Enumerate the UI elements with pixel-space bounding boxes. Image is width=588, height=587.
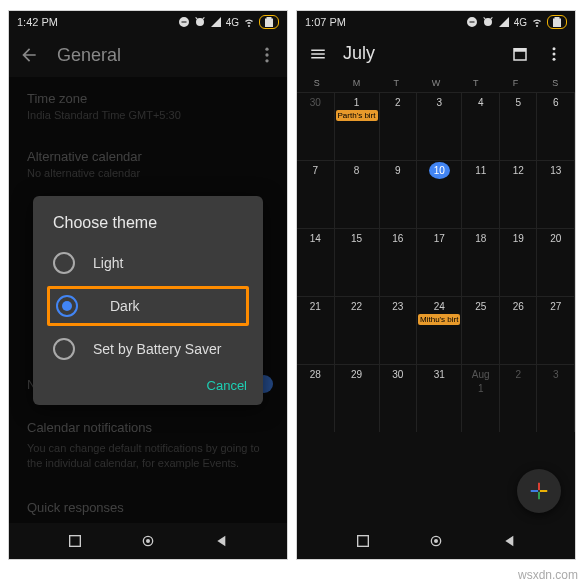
nav-home-icon[interactable]	[140, 533, 156, 549]
today-icon[interactable]	[511, 45, 529, 63]
calendar-cell[interactable]: 17	[417, 228, 462, 296]
radio-icon	[53, 252, 75, 274]
calendar-cell[interactable]: 11	[462, 160, 500, 228]
calendar-cell[interactable]: 8	[335, 160, 380, 228]
calendar-cell[interactable]: 27	[537, 296, 575, 364]
status-bar: 1:42 PM 4G	[9, 11, 287, 33]
dow-label: M	[337, 78, 377, 88]
dialog-overlay[interactable]: Choose theme Light Dark Set by Battery S	[9, 77, 287, 523]
nav-bar	[297, 523, 575, 559]
calendar-cell[interactable]: 9	[380, 160, 418, 228]
svg-rect-3	[69, 536, 80, 547]
calendar-cell[interactable]: 2	[500, 364, 538, 432]
calendar-cell[interactable]: 22	[335, 296, 380, 364]
calendar-cell[interactable]: 29	[335, 364, 380, 432]
theme-dialog: Choose theme Light Dark Set by Battery S	[33, 196, 263, 405]
fab-add-event[interactable]	[517, 469, 561, 513]
svg-point-17	[434, 539, 438, 543]
network-label: 4G	[514, 17, 527, 28]
dow-label: S	[535, 78, 575, 88]
network-label: 4G	[226, 17, 239, 28]
calendar-cell[interactable]: 23	[380, 296, 418, 364]
menu-icon[interactable]	[309, 45, 327, 63]
calendar-cell[interactable]: 19	[500, 228, 538, 296]
calendar-cell[interactable]: 5	[500, 92, 538, 160]
calendar-cell[interactable]: 10	[417, 160, 462, 228]
calendar-cell[interactable]: 3	[417, 92, 462, 160]
highlight-box: Dark	[47, 286, 249, 326]
phone-calendar: 1:07 PM 4G July SMTWTFS 301Parth's birt2…	[296, 10, 576, 560]
phone-settings: 1:42 PM 4G General Time zone India Stand…	[8, 10, 288, 560]
event-chip[interactable]: Parth's birt	[336, 110, 378, 121]
dnd-icon	[178, 16, 190, 28]
dialog-title: Choose theme	[33, 214, 263, 232]
nav-recents-icon[interactable]	[67, 533, 83, 549]
dow-label: F	[496, 78, 536, 88]
cancel-button[interactable]: Cancel	[207, 378, 247, 393]
nav-back-icon[interactable]	[502, 533, 518, 549]
calendar-cell[interactable]: 30	[380, 364, 418, 432]
nav-bar	[9, 523, 287, 559]
month-label[interactable]: July	[343, 43, 495, 64]
dow-label: W	[416, 78, 456, 88]
overflow-icon[interactable]	[545, 45, 563, 63]
nav-home-icon[interactable]	[428, 533, 444, 549]
radio-icon	[56, 295, 78, 317]
dow-label: T	[376, 78, 416, 88]
calendar-cell[interactable]: 6	[537, 92, 575, 160]
app-bar: General	[9, 33, 287, 77]
overflow-icon[interactable]	[257, 45, 277, 65]
calendar-cell[interactable]: 15	[335, 228, 380, 296]
calendar-cell[interactable]: 16	[380, 228, 418, 296]
calendar-cell[interactable]: 26	[500, 296, 538, 364]
calendar-cell[interactable]: Aug1	[462, 364, 500, 432]
calendar-cell[interactable]: 3	[537, 364, 575, 432]
signal-icon	[498, 16, 510, 28]
event-chip[interactable]: Mithu's birt	[418, 314, 460, 325]
calendar-cell[interactable]: 24Mithu's birt	[417, 296, 462, 364]
nav-recents-icon[interactable]	[355, 533, 371, 549]
svg-rect-7	[514, 48, 526, 51]
status-time: 1:07 PM	[305, 16, 346, 28]
alarm-icon	[194, 16, 206, 28]
page-title: General	[57, 45, 239, 66]
status-bar: 1:07 PM 4G	[297, 11, 575, 33]
calendar-cell[interactable]: 28	[297, 364, 335, 432]
calendar-cell[interactable]: 30	[297, 92, 335, 160]
dow-label: S	[297, 78, 337, 88]
plus-icon	[528, 480, 550, 502]
battery-icon	[547, 15, 567, 29]
svg-point-8	[553, 47, 556, 50]
calendar-cell[interactable]: 7	[297, 160, 335, 228]
option-label: Set by Battery Saver	[93, 341, 221, 357]
calendar-cell[interactable]: 2	[380, 92, 418, 160]
calendar-cell[interactable]: 1Parth's birt	[335, 92, 380, 160]
calendar-cell[interactable]: 21	[297, 296, 335, 364]
dialog-actions: Cancel	[33, 370, 263, 397]
status-icons: 4G	[466, 15, 567, 29]
calendar-cell[interactable]: 18	[462, 228, 500, 296]
day-of-week-row: SMTWTFS	[297, 74, 575, 92]
theme-option-light[interactable]: Light	[33, 242, 263, 284]
alarm-icon	[482, 16, 494, 28]
watermark: wsxdn.com	[518, 568, 578, 582]
calendar-cell[interactable]: 12	[500, 160, 538, 228]
theme-option-dark[interactable]: Dark	[56, 295, 240, 317]
calendar-cell[interactable]: 13	[537, 160, 575, 228]
theme-option-battery[interactable]: Set by Battery Saver	[33, 328, 263, 370]
back-icon[interactable]	[19, 45, 39, 65]
svg-rect-14	[540, 490, 547, 492]
option-label: Light	[93, 255, 123, 271]
wifi-icon	[531, 16, 543, 28]
calendar-cell[interactable]: 4	[462, 92, 500, 160]
svg-rect-12	[538, 492, 540, 499]
calendar-cell[interactable]: 20	[537, 228, 575, 296]
calendar-cell[interactable]: 25	[462, 296, 500, 364]
calendar-cell[interactable]: 31	[417, 364, 462, 432]
calendar-cell[interactable]: 14	[297, 228, 335, 296]
nav-back-icon[interactable]	[214, 533, 230, 549]
svg-point-2	[265, 59, 268, 62]
status-icons: 4G	[178, 15, 279, 29]
calendar-app-bar: July	[297, 33, 575, 74]
svg-rect-13	[531, 490, 538, 492]
